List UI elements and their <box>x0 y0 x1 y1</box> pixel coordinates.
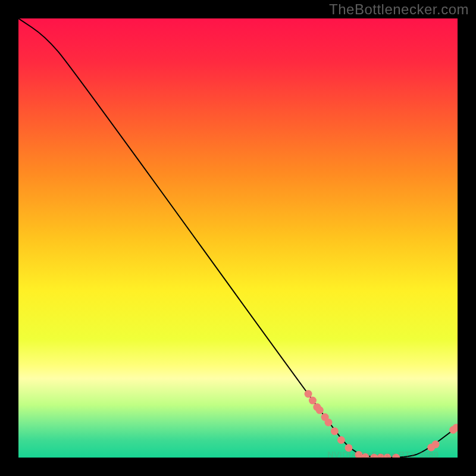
watermark-label: TheBottlenecker.com <box>329 1 469 18</box>
chart-svg: NVIDIA GeForce RTX 3080 <box>18 18 458 458</box>
data-marker <box>432 440 440 448</box>
data-marker <box>331 427 339 435</box>
data-marker <box>337 436 345 444</box>
data-marker <box>325 418 333 426</box>
chart-container: TheBottlenecker.com NVIDIA GeForce RTX 3… <box>0 0 476 476</box>
data-marker <box>316 406 324 414</box>
plot-area: NVIDIA GeForce RTX 3080 <box>18 18 458 458</box>
gradient-background <box>18 18 458 458</box>
data-marker <box>305 390 312 397</box>
series-label: NVIDIA GeForce RTX 3080 <box>327 449 439 458</box>
data-marker <box>309 397 317 405</box>
